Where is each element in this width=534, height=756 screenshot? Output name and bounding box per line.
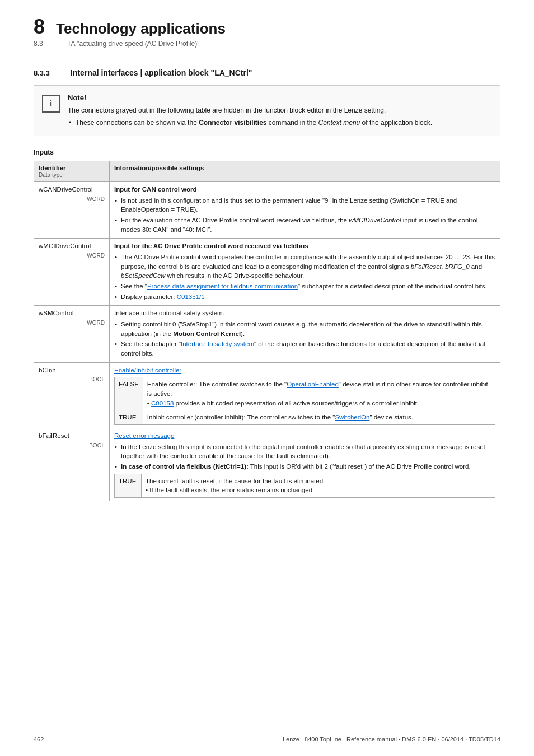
bcinh-false-text: Enable controller: The controller switch…: [143, 377, 495, 410]
wsm-bullet2: See the subchapter "Interface to safety …: [114, 339, 495, 358]
table-row: TRUE The current fault is reset, if the …: [115, 474, 495, 497]
bfailreset-true-text: The current fault is reset, if the cause…: [142, 474, 495, 497]
footer-right: Lenze · 8400 TopLine · Reference manual …: [283, 736, 500, 743]
id-name-bcinh: bCInh: [39, 367, 56, 374]
inputs-label: Inputs: [34, 148, 500, 156]
dtype-wsm: WORD: [39, 319, 105, 328]
wsm-bullet1: Setting control bit 0 ("SafeStop1") in t…: [114, 320, 495, 338]
inputs-table: Identifier Data type Information/possibl…: [34, 161, 500, 501]
col-info-header: Information/possible settings: [110, 161, 500, 182]
chapter-title: Technology applications: [56, 20, 226, 38]
link-c01351[interactable]: C01351/1: [177, 293, 205, 300]
dtype-bfailreset: BOOL: [39, 442, 105, 450]
info-cell-wcan: Input for CAN control word Is not used i…: [110, 182, 500, 239]
link-enable-inhibit[interactable]: Enable/Inhibit controller: [114, 367, 181, 374]
info-cell-wmci: Input for the AC Drive Profile control w…: [110, 239, 500, 306]
link-process-data[interactable]: Process data assignment for fieldbus com…: [147, 283, 298, 290]
subsection-title: Internal interfaces | application block …: [71, 68, 252, 77]
table-row: FALSE Enable controller: The controller …: [115, 377, 495, 410]
bcinh-true-text: Inhibit controller (controller inhibit):…: [143, 410, 495, 425]
wcan-main: Input for CAN control word: [114, 185, 495, 194]
page-footer: 462 Lenze · 8400 TopLine · Reference man…: [0, 736, 534, 743]
wsm-main: Interface to the optional safety system.: [114, 309, 495, 318]
table-row: TRUE Inhibit controller (controller inhi…: [115, 410, 495, 425]
bcinh-true-label: TRUE: [115, 410, 143, 425]
wmci-bullet1: The AC Drive Profile control word operat…: [114, 253, 495, 281]
info-cell-bfailreset: Reset error message In the Lenze setting…: [110, 428, 500, 501]
info-cell-wsm: Interface to the optional safety system.…: [110, 306, 500, 362]
bcinh-sub-table: FALSE Enable controller: The controller …: [114, 377, 495, 425]
page-number: 462: [34, 736, 44, 743]
wmci-main: Input for the AC Drive Profile control w…: [114, 241, 495, 251]
table-row: bCInh BOOL Enable/Inhibit controller FAL…: [34, 362, 500, 428]
link-operation-enabled[interactable]: OperationEnabled: [287, 381, 339, 388]
table-row: bFailReset BOOL Reset error message In t…: [34, 428, 500, 501]
link-c00158[interactable]: C00158: [151, 400, 174, 407]
dtype-wmci: WORD: [39, 252, 105, 260]
subsection-header: 8.3.3 Internal interfaces | application …: [34, 68, 500, 77]
note-bullet1-end: of the application block.: [360, 119, 432, 127]
bfailreset-main-link: Reset error message: [114, 431, 495, 441]
link-switched-on[interactable]: SwitchedOn: [335, 414, 369, 421]
bfailreset-bullets: In the Lenze setting this input is conne…: [114, 442, 495, 472]
col-identifier-header: Identifier Data type: [34, 161, 110, 182]
info-icon: i: [42, 95, 60, 113]
identifier-cell-wmci: wMCIDriveControl WORD: [34, 239, 110, 306]
section-title: TA "actuating drive speed (AC Drive Prof…: [67, 40, 199, 48]
identifier-cell-bfailreset: bFailReset BOOL: [34, 428, 110, 501]
bcinh-main-link: Enable/Inhibit controller: [114, 366, 495, 375]
wcan-bullet2: For the evaluation of the AC Drive Profi…: [114, 216, 495, 234]
identifier-cell-bcinh: bCInh BOOL: [34, 362, 110, 428]
note-box: i Note! The connectors grayed out in the…: [34, 85, 500, 136]
table-row: wCANDriveControl WORD Input for CAN cont…: [34, 182, 500, 239]
bfailreset-sub-table: TRUE The current fault is reset, if the …: [114, 474, 495, 498]
id-name-bfailreset: bFailReset: [39, 432, 69, 439]
dtype-bcinh: BOOL: [39, 376, 105, 384]
note-bullet1-mid: command in the: [267, 119, 318, 127]
note-bullet-1: These connections can be shown via the C…: [68, 118, 432, 128]
link-safety-system[interactable]: Interface to safety system: [181, 340, 254, 347]
link-reset-error[interactable]: Reset error message: [114, 432, 174, 439]
id-name-wcan: wCANDriveControl: [39, 186, 93, 193]
note-main-text: The connectors grayed out in the followi…: [68, 105, 432, 115]
note-content: Note! The connectors grayed out in the f…: [68, 94, 432, 128]
table-row: wMCIDriveControl WORD Input for the AC D…: [34, 239, 500, 306]
dtype-wcan: WORD: [39, 195, 105, 204]
section-line: 8.3 TA "actuating drive speed (AC Drive …: [34, 40, 500, 48]
wcan-bullet1: Is not used in this configuration and is…: [114, 196, 495, 214]
table-row: wSMControl WORD Interface to the optiona…: [34, 306, 500, 362]
note-title: Note!: [68, 94, 432, 102]
wmci-bullets: The AC Drive Profile control word operat…: [114, 253, 495, 301]
wcan-bullets: Is not used in this configuration and is…: [114, 196, 495, 235]
section-num: 8.3: [34, 40, 56, 48]
bfailreset-true-label: TRUE: [115, 474, 142, 497]
chapter-number: 8: [34, 17, 45, 37]
note-bullet1-italic: Context menu: [318, 119, 360, 127]
note-bullet1-pre: These connections can be shown via the: [76, 119, 199, 127]
bfailreset-bullet2: In case of control via fieldbus (NetCtrl…: [114, 462, 495, 472]
identifier-cell-wsm: wSMControl WORD: [34, 306, 110, 362]
bfailreset-bullet1: In the Lenze setting this input is conne…: [114, 442, 495, 461]
note-bullet1-bold: Connector visibilities: [199, 119, 266, 127]
id-name-wmci: wMCIDriveControl: [39, 242, 91, 249]
divider: [34, 58, 500, 58]
wmci-bullet2: See the "Process data assignment for fie…: [114, 282, 495, 291]
subsection-num: 8.3.3: [34, 69, 62, 77]
wmci-bullet3: Display parameter: C01351/1: [114, 292, 495, 302]
chapter-header: 8 Technology applications: [34, 17, 500, 38]
identifier-cell-wcan: wCANDriveControl WORD: [34, 182, 110, 239]
id-name-wsm: wSMControl: [39, 310, 74, 316]
page: 8 Technology applications 8.3 TA "actuat…: [0, 0, 534, 756]
wsm-bullets: Setting control bit 0 ("SafeStop1") in t…: [114, 320, 495, 358]
info-cell-bcinh: Enable/Inhibit controller FALSE Enable c…: [110, 362, 500, 428]
bcinh-false-label: FALSE: [115, 377, 143, 410]
